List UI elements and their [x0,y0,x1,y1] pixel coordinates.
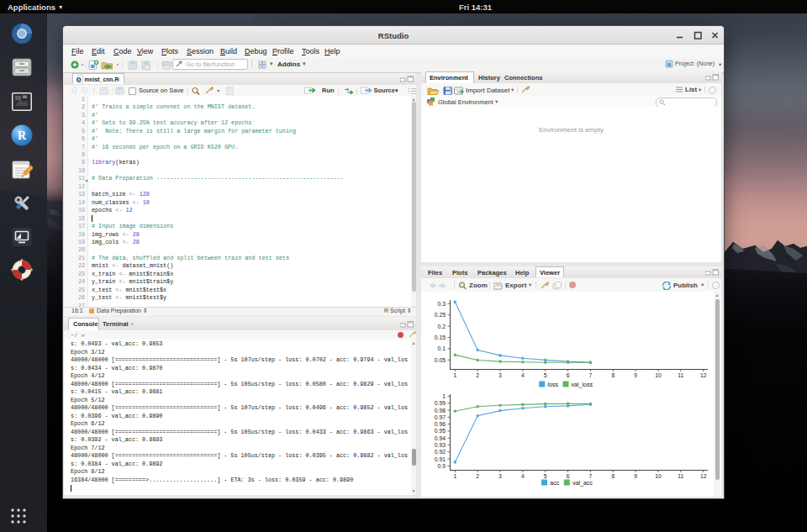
svg-text:12: 12 [700,473,707,479]
svg-text:val_acc: val_acc [572,480,593,487]
svg-text:7: 7 [589,372,593,378]
svg-text:1: 1 [442,393,446,399]
svg-text:4: 4 [521,372,525,378]
svg-text:0.96: 0.96 [435,421,446,427]
svg-text:0.94: 0.94 [435,435,446,441]
svg-text:3: 3 [498,473,502,479]
svg-text:0.9: 0.9 [438,463,446,469]
svg-text:loss: loss [548,382,559,387]
svg-text:0.25: 0.25 [435,312,446,318]
svg-text:6: 6 [567,473,570,479]
svg-text:0.93: 0.93 [435,442,446,448]
svg-text:10: 10 [655,473,662,479]
svg-text:6: 6 [567,372,570,378]
svg-text:1: 1 [453,473,456,479]
svg-text:12: 12 [700,372,707,378]
svg-text:10: 10 [655,372,662,378]
svg-text:0.05: 0.05 [435,357,446,363]
svg-text:0.91: 0.91 [435,456,446,462]
svg-text:8: 8 [611,473,614,479]
svg-text:0.99: 0.99 [435,400,446,406]
svg-text:8: 8 [611,372,614,378]
svg-text:3: 3 [498,372,502,378]
svg-text:1: 1 [453,372,456,378]
svg-text:0.95: 0.95 [435,428,446,434]
svg-text:acc: acc [550,480,559,486]
svg-text:9: 9 [634,473,637,479]
svg-text:0.98: 0.98 [435,408,446,413]
svg-text:2: 2 [476,372,479,378]
svg-text:11: 11 [678,473,683,479]
svg-text:5: 5 [544,473,547,479]
svg-text:0.97: 0.97 [435,414,446,420]
svg-text:0.1: 0.1 [438,345,446,351]
svg-text:5: 5 [544,372,547,378]
svg-text:R: R [667,61,672,67]
svg-text:7: 7 [589,473,593,479]
svg-text:0.3: 0.3 [438,301,446,307]
svg-text:0.2: 0.2 [438,324,446,329]
svg-text:0.92: 0.92 [435,449,446,455]
svg-text:11: 11 [678,372,683,378]
svg-text:R: R [18,129,27,142]
svg-text:0.15: 0.15 [435,334,446,340]
svg-text:9: 9 [634,372,637,378]
svg-text:2: 2 [476,473,479,479]
svg-text:val_loss: val_loss [572,382,593,388]
svg-text:4: 4 [521,473,525,479]
